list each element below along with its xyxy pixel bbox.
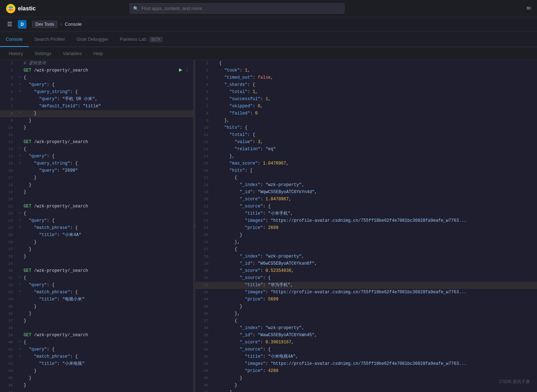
result-line-18: 18 "_index": "wzk-property", xyxy=(195,182,537,189)
tab-grok-debugger[interactable]: Grok Debugger xyxy=(71,32,114,47)
editor-line-13[interactable]: 13▾{ xyxy=(0,146,193,153)
editor-line-46[interactable]: 46 } xyxy=(0,382,193,389)
code-content-36: } xyxy=(24,310,190,317)
editor-line-25[interactable]: 25 "title": "小米4A" xyxy=(0,232,193,239)
editor-line-44[interactable]: 44 } xyxy=(0,368,193,375)
editor-line-11[interactable]: 11 xyxy=(0,132,193,139)
editor-line-21[interactable]: 21 GET /wzk-property/_search xyxy=(0,203,193,210)
fold-indicator-5[interactable]: ▾ xyxy=(17,89,22,94)
fold-indicator-33[interactable]: ▾ xyxy=(17,289,22,295)
elastic-logo-icon xyxy=(6,4,16,14)
editor-line-32[interactable]: 32▾ "query": { xyxy=(0,282,193,289)
result-code-26: }, xyxy=(219,239,534,246)
fold-indicator-24[interactable]: ▾ xyxy=(17,225,22,230)
editor-line-18[interactable]: 18 } xyxy=(0,182,193,189)
editor-line-30[interactable]: 30 GET /wzk-property/_search xyxy=(0,268,193,275)
global-search-input[interactable] xyxy=(130,3,344,14)
result-line-number-8: 8 xyxy=(198,110,208,117)
more-options-button[interactable]: ⋮ xyxy=(184,67,190,72)
editor-line-17[interactable]: 17 } xyxy=(0,175,193,182)
code-content-43: "title": "小米电视" xyxy=(24,361,190,367)
code-content-13: { xyxy=(24,146,190,153)
editor-line-3[interactable]: 3▾{ xyxy=(0,74,193,82)
editor-line-45[interactable]: 45 } xyxy=(0,375,193,382)
code-editor[interactable]: 1 # 逻辑查询2 GET /wzk-property/_search▶⋮3▾{… xyxy=(0,60,193,392)
editor-line-41[interactable]: 41▾ "query": { xyxy=(0,346,193,353)
result-line-number-41: 41 xyxy=(198,346,208,353)
editor-line-14[interactable]: 14▾ "query": { xyxy=(0,153,193,160)
fold-indicator-8[interactable]: ▾ xyxy=(17,110,22,116)
run-query-button[interactable]: ▶ xyxy=(178,67,183,72)
fold-indicator-22[interactable]: ▾ xyxy=(17,210,22,216)
fold-indicator-31[interactable]: ▾ xyxy=(17,275,22,280)
result-code-23: "images": "https://profile-avatar.csdnim… xyxy=(219,217,534,224)
editor-line-47[interactable]: 47 xyxy=(0,389,193,392)
editor-line-40[interactable]: 40▾{ xyxy=(0,339,193,346)
fold-indicator-32[interactable]: ▾ xyxy=(17,282,22,288)
fold-indicator-15[interactable]: ▾ xyxy=(17,160,22,166)
result-line-number-38: 38 xyxy=(198,325,208,332)
editor-line-23[interactable]: 23▾ "query": { xyxy=(0,217,193,225)
editor-line-42[interactable]: 42▾ "match_phrase": { xyxy=(0,353,193,361)
tab-console[interactable]: Console xyxy=(0,32,29,47)
editor-line-22[interactable]: 22▾{ xyxy=(0,210,193,217)
hamburger-menu-button[interactable]: ☰ xyxy=(6,19,14,29)
result-line-31: 31 "_source": { xyxy=(195,275,537,282)
editor-line-10[interactable]: 10 } xyxy=(0,124,193,132)
line-number-10: 10 xyxy=(3,124,13,131)
result-line-number-6: 6 xyxy=(198,96,208,103)
fold-indicator-3[interactable]: ▾ xyxy=(17,74,22,80)
fold-indicator-23[interactable]: ▾ xyxy=(17,217,22,223)
editor-line-24[interactable]: 24▾ "match_phrase": { xyxy=(0,225,193,232)
editor-line-29[interactable]: 29 xyxy=(0,260,193,268)
editor-line-38[interactable]: 38 xyxy=(0,325,193,332)
variables-button[interactable]: Variables xyxy=(60,49,84,58)
fold-indicator-42[interactable]: ▾ xyxy=(17,353,22,359)
editor-line-35[interactable]: 35 } xyxy=(0,303,193,310)
fold-indicator-40[interactable]: ▾ xyxy=(17,339,22,345)
breadcrumb-bar: ☰ D Dev Tools › Console xyxy=(0,17,537,31)
editor-line-37[interactable]: 37 } xyxy=(0,318,193,325)
editor-line-9[interactable]: 9 } xyxy=(0,117,193,124)
editor-line-6[interactable]: 6 "query": "手机 OR 小米", xyxy=(0,96,193,103)
fold-indicator-4[interactable]: ▾ xyxy=(17,82,22,87)
editor-line-26[interactable]: 26 } xyxy=(0,239,193,246)
editor-line-12[interactable]: 12 GET /wzk-property/_search xyxy=(0,139,193,146)
editor-line-5[interactable]: 5▾ "query_string": { xyxy=(0,89,193,96)
result-line-40: 40 "_score": 0.39019167, xyxy=(195,339,537,346)
editor-line-39[interactable]: 39 GET /wzk-property/_search xyxy=(0,332,193,339)
result-line-number-37: 37 xyxy=(198,318,208,324)
editor-line-31[interactable]: 31▾{ xyxy=(0,275,193,282)
line-actions-2: ▶⋮ xyxy=(178,67,190,72)
tab-painless-lab[interactable]: Painless Lab BETA xyxy=(114,32,168,47)
help-button[interactable]: Help xyxy=(91,49,106,58)
editor-line-7[interactable]: 7 "default_field": "title" xyxy=(0,103,193,110)
editor-line-43[interactable]: 43 "title": "小米电视" xyxy=(0,361,193,368)
settings-button[interactable]: Settings xyxy=(32,49,54,58)
result-code-2: "took": 1, xyxy=(219,67,534,74)
history-button[interactable]: History xyxy=(6,49,26,58)
editor-line-33[interactable]: 33▾ "match_phrase": { xyxy=(0,289,193,296)
editor-line-16[interactable]: 16 "query": "2699" xyxy=(0,167,193,175)
editor-line-34[interactable]: 34 "title": "电视小米" xyxy=(0,296,193,303)
editor-line-4[interactable]: 4▾ "query": { xyxy=(0,82,193,89)
breadcrumb-devtools[interactable]: Dev Tools xyxy=(32,21,57,28)
editor-line-20[interactable]: 20 xyxy=(0,196,193,203)
global-search[interactable]: 🔍 xyxy=(130,3,344,14)
editor-line-2[interactable]: 2 GET /wzk-property/_search▶⋮ xyxy=(0,67,193,74)
editor-line-36[interactable]: 36 } xyxy=(0,310,193,318)
fold-indicator-13[interactable]: ▾ xyxy=(17,146,22,152)
editor-line-8[interactable]: 8▾ } xyxy=(0,110,193,117)
fold-indicator-14[interactable]: ▾ xyxy=(17,153,22,159)
results-content[interactable]: 1 {2 "took": 1,3 "timed_out": false,4 "_… xyxy=(195,60,537,392)
elastic-logo[interactable]: elastic xyxy=(6,4,36,14)
result-line-5: 5 "total": 1, xyxy=(195,89,537,96)
editor-line-19[interactable]: 19 } xyxy=(0,189,193,196)
editor-line-28[interactable]: 28 } xyxy=(0,253,193,260)
editor-line-15[interactable]: 15▾ "query_string": { xyxy=(0,160,193,167)
result-line-number-24: 24 xyxy=(198,225,208,231)
tab-search-profiler[interactable]: Search Profiler xyxy=(29,32,71,47)
editor-line-1[interactable]: 1 # 逻辑查询 xyxy=(0,60,193,67)
editor-line-27[interactable]: 27 } xyxy=(0,246,193,253)
fold-indicator-41[interactable]: ▾ xyxy=(17,346,22,352)
